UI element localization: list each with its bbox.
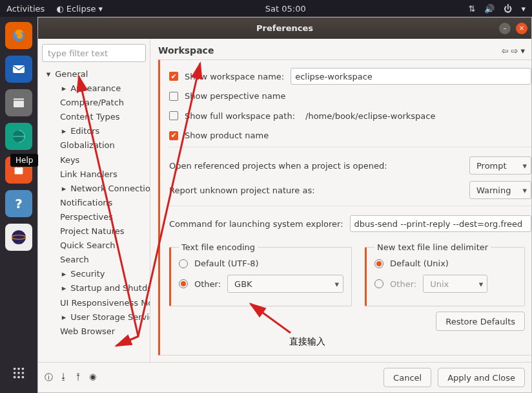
encoding-fieldset: Text file encoding Default (UTF-8) Other…	[169, 242, 352, 306]
open-ref-select[interactable]: Prompt	[469, 156, 531, 175]
svg-point-15	[17, 376, 20, 379]
svg-point-12	[17, 372, 20, 374]
tree-item[interactable]: ▸ Network Connections	[42, 182, 146, 196]
encoding-other-radio[interactable]	[179, 279, 188, 288]
chevron-down-icon[interactable]: ▾	[521, 4, 526, 14]
activities-button[interactable]: Activities	[6, 4, 45, 14]
page-menu-icon[interactable]: ▾	[520, 46, 525, 56]
tree-item[interactable]: ▸ User Storage Service	[42, 310, 146, 324]
svg-point-11	[14, 372, 16, 374]
nav-fwd-icon[interactable]: ⇨	[511, 46, 518, 56]
svg-point-8	[14, 368, 16, 370]
delimiter-default-radio[interactable]	[374, 259, 384, 268]
cancel-button[interactable]: Cancel	[384, 368, 431, 387]
tree-item[interactable]: UI Responsiveness Monitoring	[42, 296, 146, 310]
delimiter-fieldset: New text file line delimiter Default (Un…	[365, 242, 525, 306]
show-workspace-name-checkbox[interactable]: ✔	[169, 72, 178, 81]
titlebar: Preferences – ×	[38, 17, 531, 39]
tree-item[interactable]: ▸ Startup and Shutdown	[42, 281, 146, 295]
export-icon[interactable]: ⭱	[74, 372, 83, 383]
show-apps-icon[interactable]	[5, 359, 32, 387]
show-product-label: Show product name	[185, 131, 269, 140]
tree-item[interactable]: Quick Search	[42, 239, 146, 253]
nav-back-icon[interactable]: ⇦	[502, 46, 509, 56]
svg-point-10	[22, 368, 25, 370]
tree-item[interactable]: ▸ Appearance	[42, 81, 146, 96]
show-product-checkbox[interactable]: ✔	[169, 131, 178, 140]
preferences-sidebar: ▾ General▸ AppearanceCompare/PatchConten…	[38, 39, 150, 362]
help-tooltip: Help	[10, 154, 38, 167]
tree-item[interactable]: ▸ Security	[42, 267, 146, 281]
show-full-path-checkbox[interactable]	[169, 111, 178, 120]
preferences-main: Workspace ⇦ ⇨ ▾ ✔ Show workspace name: S…	[150, 39, 531, 362]
filter-input[interactable]	[42, 44, 146, 62]
tree-item[interactable]: Search	[42, 253, 146, 267]
tree-item[interactable]: Content Types	[42, 110, 146, 124]
encoding-legend: Text file encoding	[179, 242, 258, 252]
tree-item[interactable]: Notifications	[42, 196, 146, 210]
tree-item[interactable]: Web Browser	[42, 324, 146, 339]
show-workspace-name-label: Show workspace name:	[185, 72, 284, 81]
tree-item[interactable]: Compare/Patch	[42, 96, 146, 110]
oomph-icon[interactable]: ◉	[89, 372, 96, 383]
full-path-input[interactable]	[302, 107, 531, 124]
svg-rect-5	[15, 167, 23, 174]
page-heading: Workspace	[158, 45, 214, 56]
show-perspective-label: Show perspective name	[185, 91, 285, 101]
eclipse-icon[interactable]	[5, 224, 32, 251]
delimiter-other-radio[interactable]	[374, 279, 384, 288]
system-explorer-input[interactable]	[350, 215, 531, 232]
svg-point-16	[22, 376, 25, 379]
encoding-other-select[interactable]: GBK	[227, 275, 343, 293]
window-title: Preferences	[256, 23, 313, 33]
preferences-tree[interactable]: ▾ General▸ AppearanceCompare/PatchConten…	[42, 67, 146, 339]
svg-rect-3	[14, 101, 24, 107]
minimize-button[interactable]: –	[499, 23, 511, 34]
report-unknown-label: Report unknown project nature as:	[169, 186, 315, 195]
show-perspective-checkbox[interactable]	[169, 92, 178, 101]
open-ref-label: Open referenced projects when a project …	[169, 161, 387, 171]
tree-item[interactable]: Perspectives	[42, 210, 146, 224]
map-icon[interactable]	[5, 123, 32, 150]
network-icon[interactable]: ⇅	[469, 4, 476, 14]
annotation-text: 直接输入	[289, 336, 325, 348]
clock[interactable]: Sat 05:00	[265, 4, 306, 14]
power-icon[interactable]: ⏻	[504, 4, 512, 14]
delimiter-legend: New text file line delimiter	[374, 242, 491, 252]
help-footer-icon[interactable]: ⓘ	[45, 372, 53, 383]
restore-defaults-button[interactable]: Restore Defaults	[436, 312, 525, 331]
show-full-path-label: Show full workspace path:	[185, 111, 295, 121]
volume-icon[interactable]: 🔊	[484, 4, 495, 14]
close-button[interactable]: ×	[516, 23, 527, 34]
apply-close-button[interactable]: Apply and Close	[438, 368, 525, 387]
import-icon[interactable]: ⭳	[59, 372, 68, 383]
tree-item[interactable]: Link Handlers	[42, 167, 146, 182]
preferences-window: Preferences – × ▾ General▸ AppearanceCom…	[37, 17, 532, 393]
files-icon[interactable]	[5, 89, 32, 116]
system-explorer-label: Command for launching system explorer:	[169, 219, 343, 229]
dialog-footer: ⓘ ⭳ ⭱ ◉ Cancel Apply and Close	[38, 362, 531, 392]
svg-point-14	[14, 376, 16, 379]
firefox-icon[interactable]	[5, 22, 32, 49]
svg-point-6	[12, 230, 26, 244]
help-icon[interactable]: ?	[5, 190, 32, 217]
tree-item[interactable]: ▸ Editors	[42, 124, 146, 138]
tree-item[interactable]: Globalization	[42, 138, 146, 153]
thunderbird-icon[interactable]	[5, 56, 32, 83]
report-unknown-select[interactable]: Warning	[469, 181, 531, 199]
tree-item[interactable]: Project Natures	[42, 224, 146, 239]
app-menu[interactable]: ◐ Eclipse ▾	[56, 4, 103, 14]
ubuntu-launcher: ?	[0, 17, 37, 393]
encoding-default-radio[interactable]	[179, 259, 188, 268]
delimiter-other-select: Unix	[423, 275, 487, 293]
svg-rect-1	[13, 65, 25, 73]
svg-point-9	[17, 368, 20, 370]
tree-item[interactable]: Keys	[42, 153, 146, 167]
svg-rect-2	[14, 98, 24, 100]
gnome-topbar: Activities ◐ Eclipse ▾ Sat 05:00 ⇅ 🔊 ⏻ ▾	[0, 0, 532, 17]
tree-item[interactable]: ▾ General	[42, 67, 146, 81]
svg-point-13	[22, 372, 25, 374]
workspace-name-input[interactable]	[291, 68, 531, 85]
